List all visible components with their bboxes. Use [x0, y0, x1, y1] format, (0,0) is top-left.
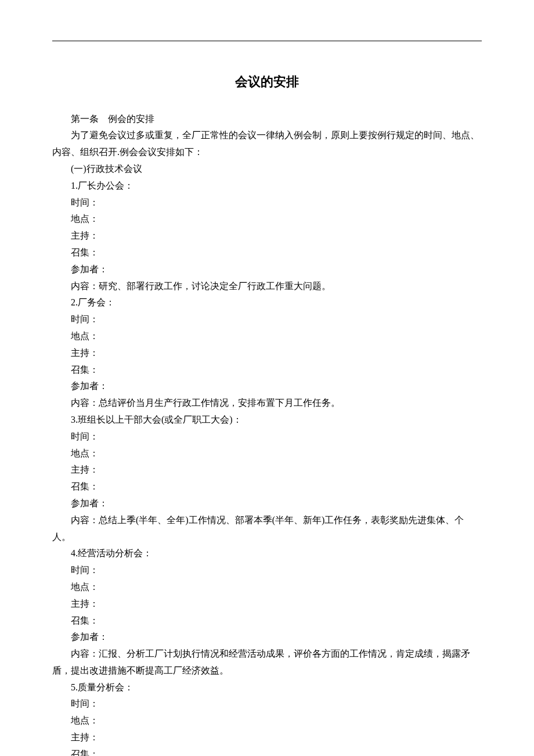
meeting-1-attendees: 参加者：	[52, 261, 482, 278]
meeting-2-content: 内容：总结评价当月生产行政工作情况，安排布置下月工作任务。	[52, 395, 482, 412]
meeting-5-num: 5.质量分析会：	[52, 679, 482, 696]
meeting-4-host: 主持：	[52, 596, 482, 613]
meeting-2-time: 时间：	[52, 311, 482, 328]
document-title: 会议的安排	[52, 70, 482, 93]
meeting-4-convene: 召集：	[52, 613, 482, 629]
meeting-4-time: 时间：	[52, 562, 482, 579]
meeting-4-num: 4.经营活动分析会：	[52, 545, 482, 562]
meeting-1-host: 主持：	[52, 228, 482, 244]
article-1-heading: 第一条 例会的安排	[52, 111, 482, 128]
meeting-1-convene: 召集：	[52, 244, 482, 261]
meeting-5-host: 主持：	[52, 729, 482, 746]
meeting-4-content: 内容：汇报、分析工厂计划执行情况和经营活动成果，评价各方面的工作情况，肯定成绩，…	[52, 646, 482, 679]
meeting-3-content: 内容：总结上季(半年、全年)工作情况、部署本季(半年、新年)工作任务，表彰奖励先…	[52, 512, 482, 546]
meeting-4-place: 地点：	[52, 579, 482, 596]
meeting-5-convene: 召集：	[52, 746, 482, 756]
meeting-3-host: 主持：	[52, 462, 482, 478]
meeting-3-place: 地点：	[52, 445, 482, 462]
meeting-2-place: 地点：	[52, 328, 482, 345]
meeting-1-num: 1.厂长办公会：	[52, 178, 482, 195]
meeting-1-content: 内容：研究、部署行政工作，讨论决定全厂行政工作重大问题。	[52, 278, 482, 295]
meeting-5-time: 时间：	[52, 696, 482, 712]
meeting-2-attendees: 参加者：	[52, 378, 482, 395]
meeting-3-convene: 召集：	[52, 478, 482, 495]
section-heading: (一)行政技术会议	[52, 161, 482, 178]
meeting-2-convene: 召集：	[52, 362, 482, 379]
meeting-3-attendees: 参加者：	[52, 495, 482, 512]
meeting-1-time: 时间：	[52, 195, 482, 211]
meeting-3-time: 时间：	[52, 429, 482, 445]
meeting-3-num: 3.班组长以上干部大会(或全厂职工大会)：	[52, 412, 482, 429]
meeting-5-place: 地点：	[52, 712, 482, 729]
meeting-2-host: 主持：	[52, 345, 482, 362]
meeting-2-num: 2.厂务会：	[52, 294, 482, 311]
meeting-1-place: 地点：	[52, 211, 482, 228]
article-1-intro: 为了避免会议过多或重复，全厂正常性的会议一律纳入例会制，原则上要按例行规定的时间…	[52, 127, 482, 161]
meeting-4-attendees: 参加者：	[52, 629, 482, 646]
header-divider	[52, 41, 482, 41]
